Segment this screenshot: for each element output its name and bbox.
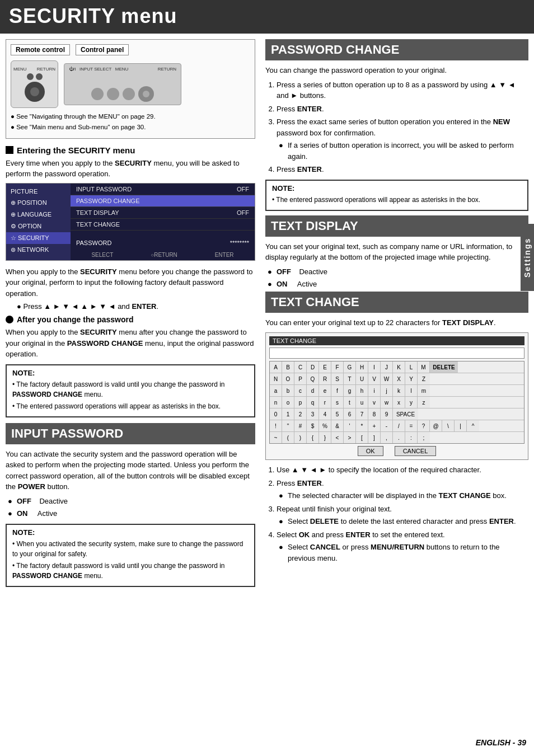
key-l[interactable]: l bbox=[405, 385, 418, 396]
key-j[interactable]: j bbox=[381, 385, 393, 396]
key-q[interactable]: q bbox=[307, 397, 319, 408]
note-1-bullet2: • The entered password operations will a… bbox=[12, 401, 249, 411]
key-m[interactable]: m bbox=[418, 385, 430, 396]
key-E[interactable]: E bbox=[319, 361, 331, 373]
key-D[interactable]: D bbox=[307, 361, 319, 373]
key-1[interactable]: 1 bbox=[282, 408, 294, 420]
key-hash[interactable]: # bbox=[294, 420, 307, 431]
key-S[interactable]: S bbox=[331, 373, 344, 384]
key-s[interactable]: s bbox=[331, 397, 344, 408]
key-at[interactable]: @ bbox=[430, 420, 442, 431]
key-n[interactable]: n bbox=[270, 397, 282, 408]
key-5[interactable]: 5 bbox=[331, 408, 344, 420]
key-p[interactable]: p bbox=[294, 397, 307, 408]
key-tilde[interactable]: ~ bbox=[270, 432, 282, 443]
key-apos[interactable]: ' bbox=[344, 420, 356, 431]
key-u[interactable]: u bbox=[356, 397, 368, 408]
key-O[interactable]: O bbox=[282, 373, 294, 384]
key-delete[interactable]: DELETE bbox=[430, 361, 458, 373]
key-8[interactable]: 8 bbox=[368, 408, 381, 420]
key-C[interactable]: C bbox=[294, 361, 307, 373]
key-o[interactable]: o bbox=[282, 397, 294, 408]
key-pipe[interactable]: | bbox=[455, 420, 467, 431]
key-dollar[interactable]: $ bbox=[307, 420, 319, 431]
key-plus[interactable]: + bbox=[368, 420, 381, 431]
key-F[interactable]: F bbox=[331, 361, 344, 373]
key-6[interactable]: 6 bbox=[344, 408, 356, 420]
key-I[interactable]: I bbox=[368, 361, 381, 373]
key-3[interactable]: 3 bbox=[307, 408, 319, 420]
key-g[interactable]: g bbox=[344, 385, 356, 396]
key-caret[interactable]: ^ bbox=[467, 420, 479, 431]
step-3-sub: If a series of button operation is incor… bbox=[288, 140, 528, 162]
key-h[interactable]: h bbox=[356, 385, 368, 396]
key-Y[interactable]: Y bbox=[405, 373, 418, 384]
key-colon[interactable]: : bbox=[405, 432, 418, 443]
key-M[interactable]: M bbox=[418, 361, 430, 373]
key-period[interactable]: . bbox=[393, 432, 405, 443]
key-e[interactable]: e bbox=[319, 385, 331, 396]
key-rbrace[interactable]: } bbox=[319, 432, 331, 443]
key-H[interactable]: H bbox=[356, 361, 368, 373]
key-space[interactable]: SPACE bbox=[393, 408, 418, 420]
key-y[interactable]: y bbox=[405, 397, 418, 408]
key-N[interactable]: N bbox=[270, 373, 282, 384]
key-exclaim[interactable]: ! bbox=[270, 420, 282, 431]
key-Q[interactable]: Q bbox=[307, 373, 319, 384]
cancel-button[interactable]: CANCEL bbox=[395, 446, 437, 456]
key-star[interactable]: * bbox=[356, 420, 368, 431]
ok-button[interactable]: OK bbox=[358, 446, 383, 456]
key-lbrace[interactable]: { bbox=[307, 432, 319, 443]
key-a[interactable]: a bbox=[270, 385, 282, 396]
key-R[interactable]: R bbox=[319, 373, 331, 384]
key-r[interactable]: r bbox=[319, 397, 331, 408]
key-percent[interactable]: % bbox=[319, 420, 331, 431]
key-rbracket[interactable]: ] bbox=[368, 432, 381, 443]
key-lt[interactable]: < bbox=[331, 432, 344, 443]
key-A[interactable]: A bbox=[270, 361, 282, 373]
key-4[interactable]: 4 bbox=[319, 408, 331, 420]
key-i[interactable]: i bbox=[368, 385, 381, 396]
key-V[interactable]: V bbox=[368, 373, 381, 384]
key-7[interactable]: 7 bbox=[356, 408, 368, 420]
key-semicolon[interactable]: ; bbox=[418, 432, 430, 443]
key-comma[interactable]: , bbox=[381, 432, 393, 443]
key-backslash[interactable]: \ bbox=[442, 420, 455, 431]
key-b[interactable]: b bbox=[282, 385, 294, 396]
key-J[interactable]: J bbox=[381, 361, 393, 373]
key-f[interactable]: f bbox=[331, 385, 344, 396]
key-d[interactable]: d bbox=[307, 385, 319, 396]
key-k[interactable]: k bbox=[393, 385, 405, 396]
key-K[interactable]: K bbox=[393, 361, 405, 373]
key-question[interactable]: ? bbox=[418, 420, 430, 431]
key-amp[interactable]: & bbox=[331, 420, 344, 431]
key-lbracket[interactable]: [ bbox=[356, 432, 368, 443]
key-equals[interactable]: = bbox=[405, 420, 418, 431]
key-c[interactable]: c bbox=[294, 385, 307, 396]
key-G[interactable]: G bbox=[344, 361, 356, 373]
key-gt[interactable]: > bbox=[344, 432, 356, 443]
key-t[interactable]: t bbox=[344, 397, 356, 408]
key-Z[interactable]: Z bbox=[418, 373, 430, 384]
key-0[interactable]: 0 bbox=[270, 408, 282, 420]
key-z[interactable]: z bbox=[418, 397, 430, 408]
key-X[interactable]: X bbox=[393, 373, 405, 384]
tc-input-field[interactable] bbox=[269, 348, 524, 359]
key-9[interactable]: 9 bbox=[381, 408, 393, 420]
key-2[interactable]: 2 bbox=[294, 408, 307, 420]
key-slash[interactable]: / bbox=[393, 420, 405, 431]
key-lparen[interactable]: ( bbox=[282, 432, 294, 443]
key-T[interactable]: T bbox=[344, 373, 356, 384]
key-P[interactable]: P bbox=[294, 373, 307, 384]
key-w[interactable]: w bbox=[381, 397, 393, 408]
key-W[interactable]: W bbox=[381, 373, 393, 384]
key-U[interactable]: U bbox=[356, 373, 368, 384]
key-B[interactable]: B bbox=[282, 361, 294, 373]
key-minus[interactable]: - bbox=[381, 420, 393, 431]
key-x[interactable]: x bbox=[393, 397, 405, 408]
key-v[interactable]: v bbox=[368, 397, 381, 408]
key-rparen[interactable]: ) bbox=[294, 432, 307, 443]
key-quote[interactable]: " bbox=[282, 420, 294, 431]
menu-screenshot: PICTURE ⊕ POSITION ⊕ LANGUAGE ⚙ OPTION ☆… bbox=[6, 183, 255, 261]
key-L[interactable]: L bbox=[405, 361, 418, 373]
